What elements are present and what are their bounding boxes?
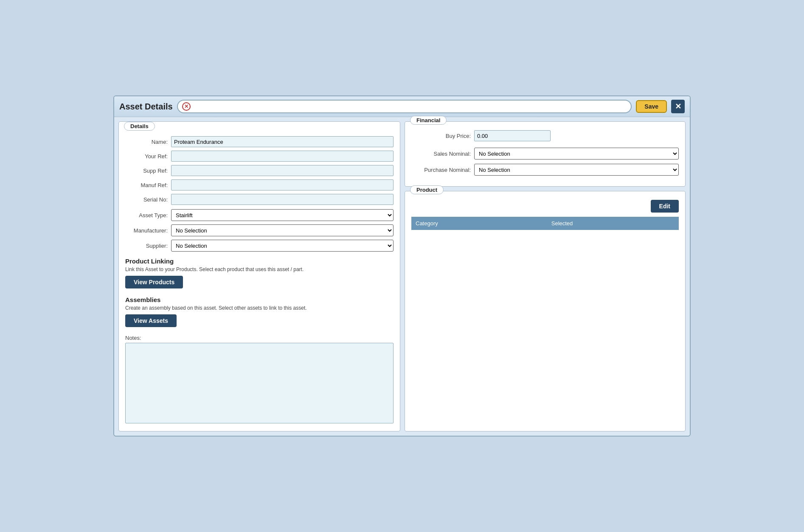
manufacturer-row: Manufacturer: No Selection <box>125 224 394 236</box>
product-table-header-row: Category Selected <box>411 217 679 230</box>
details-tab-label: Details <box>124 122 155 131</box>
supplier-label: Supplier: <box>125 243 168 249</box>
sales-nominal-label: Sales Nominal: <box>411 151 471 157</box>
product-linking-title: Product Linking <box>125 258 394 265</box>
name-row: Name: <box>125 136 394 147</box>
purchase-nominal-row: Purchase Nominal: No Selection <box>411 164 679 176</box>
assemblies-section: Assemblies Create an assembly based on t… <box>125 296 394 327</box>
search-clear-button[interactable]: ✕ <box>182 102 191 111</box>
sales-nominal-select[interactable]: No Selection <box>474 148 679 160</box>
purchase-nominal-label: Purchase Nominal: <box>411 167 471 173</box>
financial-tab-label: Financial <box>410 116 447 125</box>
supp-ref-row: Supp Ref: <box>125 165 394 176</box>
view-assets-button[interactable]: View Assets <box>125 314 177 327</box>
manufacturer-select[interactable]: No Selection <box>171 224 394 236</box>
notes-label: Notes: <box>125 335 394 341</box>
serial-no-label: Serial No: <box>125 196 168 203</box>
notes-section: Notes: <box>125 335 394 425</box>
save-button[interactable]: Save <box>636 100 667 113</box>
details-section: Name: Your Ref: Supp Ref: Manuf Ref: <box>119 128 400 431</box>
left-panel: Details Name: Your Ref: Supp Ref: <box>118 121 400 431</box>
asset-type-row: Asset Type: Stairlift Lift Other <box>125 209 394 221</box>
manufacturer-label: Manufacturer: <box>125 227 168 234</box>
supplier-select[interactable]: No Selection <box>171 240 394 252</box>
buy-price-label: Buy Price: <box>411 133 471 139</box>
manuf-ref-row: Manuf Ref: <box>125 179 394 190</box>
buy-price-row: Buy Price: <box>411 130 679 141</box>
your-ref-input[interactable] <box>171 151 394 162</box>
supp-ref-label: Supp Ref: <box>125 168 168 174</box>
product-linking-section: Product Linking Link this Asset to your … <box>125 258 394 288</box>
serial-no-input[interactable] <box>171 194 394 205</box>
asset-type-label: Asset Type: <box>125 212 168 218</box>
product-linking-desc: Link this Asset to your Products. Select… <box>125 266 394 272</box>
close-button[interactable]: ✕ <box>671 100 685 113</box>
assemblies-desc: Create an assembly based on this asset. … <box>125 305 394 311</box>
search-input[interactable] <box>193 104 627 110</box>
name-input[interactable] <box>171 136 394 147</box>
sales-nominal-row: Sales Nominal: No Selection <box>411 148 679 160</box>
assemblies-title: Assemblies <box>125 296 394 303</box>
product-table-header: Category Selected <box>411 217 679 230</box>
product-tab-label: Product <box>410 185 444 194</box>
title-bar: Asset Details ✕ Save ✕ <box>114 96 690 117</box>
name-label: Name: <box>125 139 168 145</box>
supplier-row: Supplier: No Selection <box>125 240 394 252</box>
selected-column-header: Selected <box>547 217 679 230</box>
serial-no-row: Serial No: <box>125 194 394 205</box>
edit-button[interactable]: Edit <box>651 200 679 213</box>
search-bar: ✕ <box>177 100 632 113</box>
notes-textarea[interactable] <box>125 343 394 423</box>
financial-section: Financial Buy Price: Sales Nominal: No S… <box>405 121 686 187</box>
manuf-ref-input[interactable] <box>171 179 394 190</box>
right-panel: Financial Buy Price: Sales Nominal: No S… <box>405 121 686 431</box>
product-section: Product Edit Category Selected <box>405 191 686 431</box>
manuf-ref-label: Manuf Ref: <box>125 182 168 188</box>
main-content: Details Name: Your Ref: Supp Ref: <box>114 117 690 436</box>
asset-type-select[interactable]: Stairlift Lift Other <box>171 209 394 221</box>
purchase-nominal-select[interactable]: No Selection <box>474 164 679 176</box>
view-products-button[interactable]: View Products <box>125 276 183 288</box>
your-ref-row: Your Ref: <box>125 151 394 162</box>
buy-price-input[interactable] <box>474 130 551 141</box>
window-title: Asset Details <box>119 102 173 112</box>
supp-ref-input[interactable] <box>171 165 394 176</box>
product-table: Category Selected <box>411 217 679 230</box>
category-column-header: Category <box>411 217 547 230</box>
asset-details-window: Asset Details ✕ Save ✕ Details Name: You… <box>113 95 691 437</box>
your-ref-label: Your Ref: <box>125 153 168 160</box>
product-edit-row: Edit <box>411 200 679 213</box>
